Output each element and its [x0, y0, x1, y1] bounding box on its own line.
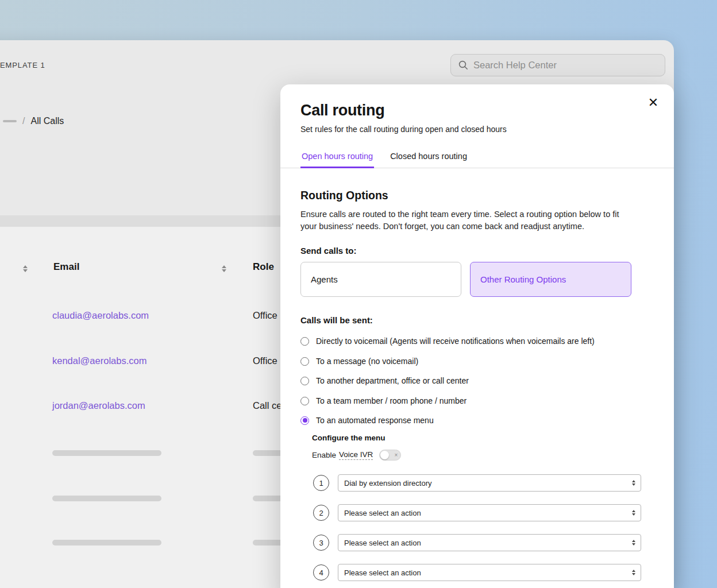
- voice-ivr-label: Voice IVR: [339, 450, 373, 460]
- send-calls-label: Send calls to:: [300, 246, 357, 256]
- radio-label: Directly to voicemail (Agents will recei…: [316, 336, 595, 346]
- radio-icon[interactable]: [300, 337, 309, 346]
- modal-subtitle: Set rules for the call routing during op…: [300, 125, 507, 134]
- step-number-3: 3: [313, 535, 329, 551]
- configure-menu-heading: Configure the menu: [312, 434, 386, 442]
- enable-voice-ivr-row: Enable Voice IVR ×: [312, 450, 401, 461]
- calls-will-be-sent-label: Calls will be sent:: [300, 315, 373, 325]
- radio-team-member[interactable]: To a team member / room phone / number: [300, 395, 467, 407]
- menu-action-select-1[interactable]: Dial by extension directory: [338, 474, 641, 492]
- radio-label: To a message (no voicemail): [316, 357, 418, 366]
- breadcrumb: / All Calls: [3, 116, 64, 126]
- routing-options-heading: Routing Options: [300, 189, 388, 202]
- skeleton-row: [52, 540, 161, 546]
- breadcrumb-skeleton: [3, 120, 17, 122]
- tab-open-hours-routing[interactable]: Open hours routing: [300, 148, 374, 168]
- agents-option-button[interactable]: Agents: [300, 262, 461, 297]
- email-link[interactable]: claudia@aerolabs.com: [52, 310, 149, 321]
- tab-closed-hours-routing[interactable]: Closed hours routing: [389, 148, 468, 168]
- column-header-role[interactable]: Role: [253, 261, 274, 273]
- radio-label: To another department, office or call ce…: [316, 376, 469, 385]
- role-cell: Call ce: [253, 400, 282, 411]
- breadcrumb-current[interactable]: All Calls: [30, 116, 64, 126]
- radio-to-a-message[interactable]: To a message (no voicemail): [300, 355, 418, 367]
- menu-action-select-4[interactable]: Please select an action: [338, 564, 641, 581]
- close-icon[interactable]: ✕: [645, 95, 661, 111]
- other-routing-options-button[interactable]: Other Routing Options: [470, 262, 631, 297]
- select-arrows-icon: [632, 540, 635, 546]
- toggle-off-icon: ×: [394, 452, 398, 458]
- radio-label: To a team member / room phone / number: [316, 396, 467, 405]
- toggle-knob: [380, 451, 389, 459]
- modal-tabs: Open hours routing Closed hours routing: [280, 148, 674, 168]
- select-arrows-icon: [632, 570, 635, 575]
- step-number-2: 2: [313, 505, 329, 521]
- menu-action-select-2[interactable]: Please select an action: [338, 504, 641, 521]
- select-value: Please select an action: [344, 509, 421, 517]
- search-box[interactable]: [450, 54, 665, 76]
- select-value: Dial by extension directory: [344, 479, 431, 488]
- radio-directly-to-voicemail[interactable]: Directly to voicemail (Agents will recei…: [300, 335, 595, 347]
- sort-icon[interactable]: [222, 265, 226, 272]
- email-link[interactable]: jordan@aerolabs.com: [52, 400, 145, 411]
- step-number-1: 1: [313, 475, 329, 491]
- radio-automated-response-menu[interactable]: To an automated response menu: [300, 415, 434, 426]
- radio-icon[interactable]: [300, 377, 309, 385]
- sort-icon[interactable]: [23, 265, 28, 272]
- breadcrumb-separator: /: [22, 116, 25, 126]
- select-value: Please select an action: [344, 539, 421, 547]
- enable-label: Enable: [312, 451, 336, 459]
- skeleton-row: [52, 450, 161, 456]
- select-value: Please select an action: [344, 568, 421, 577]
- radio-another-department[interactable]: To another department, office or call ce…: [300, 375, 469, 386]
- search-icon: [458, 60, 468, 70]
- template-label: EMPLATE 1: [0, 61, 45, 69]
- voice-ivr-toggle[interactable]: ×: [379, 450, 401, 461]
- modal-title: Call routing: [300, 102, 384, 119]
- email-link[interactable]: kendal@aerolabs.com: [52, 355, 147, 366]
- radio-icon-checked[interactable]: [300, 416, 309, 425]
- column-header-email[interactable]: Email: [53, 261, 79, 273]
- call-routing-modal: ✕ Call routing Set rules for the call ro…: [280, 84, 674, 588]
- search-input[interactable]: [473, 60, 657, 71]
- radio-icon[interactable]: [300, 357, 309, 366]
- role-cell: Office: [253, 355, 277, 366]
- skeleton-row: [52, 496, 161, 501]
- role-cell: Office: [253, 310, 277, 321]
- routing-options-description: Ensure calls are routed to the right tea…: [300, 208, 633, 233]
- select-arrows-icon: [632, 480, 635, 486]
- step-number-4: 4: [313, 564, 329, 581]
- select-arrows-icon: [632, 510, 635, 516]
- radio-icon[interactable]: [300, 397, 309, 405]
- menu-action-select-3[interactable]: Please select an action: [338, 534, 641, 551]
- radio-label: To an automated response menu: [316, 416, 434, 425]
